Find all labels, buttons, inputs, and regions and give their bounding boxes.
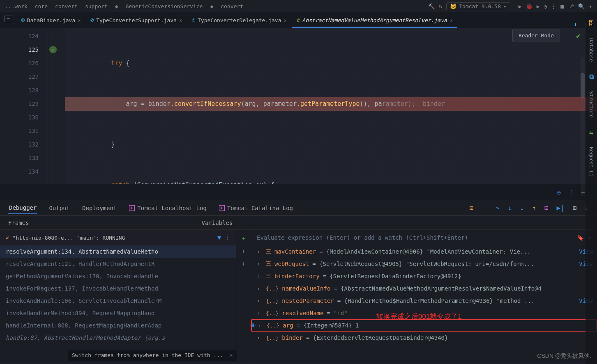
build-icon[interactable]: ↻ xyxy=(439,3,442,9)
chevron-right-icon[interactable]: › xyxy=(258,322,263,329)
minimize-icon[interactable]: — xyxy=(4,16,12,22)
stack-frame[interactable]: resolveArgument:121, HandlerMethodArgume… xyxy=(0,258,236,270)
run-config-label: Tomcat 9.0.58 xyxy=(459,3,501,9)
close-icon[interactable]: × xyxy=(284,18,287,23)
tab-databinder[interactable]: © DataBinder.java × xyxy=(16,14,85,28)
stop-icon[interactable]: ■ xyxy=(560,3,564,9)
variable-row[interactable]: ›三binderFactory = {ServletRequestDataBin… xyxy=(251,270,597,282)
rail-request[interactable]: Request Li xyxy=(588,147,594,176)
tab-abstractnamedvalue[interactable]: © AbstractNamedValueMethodArgumentResolv… xyxy=(292,14,457,28)
stack-frame[interactable]: handleInternal:808, RequestMappingHandle… xyxy=(0,319,236,332)
tab-typeconvertersupport[interactable]: © TypeConverterSupport.java × xyxy=(85,14,187,28)
debug-icon[interactable]: 🐞 xyxy=(526,3,532,9)
tab-debugger[interactable]: Debugger xyxy=(8,202,37,214)
object-icon: 三 xyxy=(266,272,271,280)
force-step-into-icon[interactable]: ⇣ xyxy=(520,204,524,212)
inspection-ok-icon[interactable]: ✔ xyxy=(576,31,581,40)
filter-icon[interactable]: ▼ xyxy=(217,234,221,241)
java-class-icon: © xyxy=(21,17,25,23)
chevron-right-icon[interactable]: › xyxy=(257,248,263,255)
settings-icon[interactable]: ✦ xyxy=(589,3,592,9)
tab-typeconverterdelegate[interactable]: © TypeConverterDelegate.java × xyxy=(187,14,292,28)
down-icon[interactable]: ↓ xyxy=(242,260,245,267)
tab-tomcat-catalina-log[interactable]: Tomcat Catalina Log xyxy=(218,202,294,214)
check-icon: ✔ xyxy=(6,234,9,241)
run-config-selector[interactable]: 🐱 Tomcat 9.0.58 ▾ xyxy=(446,2,510,10)
variable-row[interactable]: ›{..}nestedParameter = {HandlerMethod$Ha… xyxy=(251,295,597,307)
chevron-right-icon[interactable]: › xyxy=(257,298,263,304)
step-out-icon[interactable]: ↑ xyxy=(532,204,536,212)
reader-mode-badge[interactable]: Reader Mode xyxy=(512,30,560,41)
java-class-icon: © xyxy=(90,17,94,23)
close-icon[interactable]: × xyxy=(179,18,182,23)
more-icon[interactable]: ⋮ xyxy=(568,189,574,195)
fold-column[interactable] xyxy=(44,28,65,184)
tab-tomcat-localhost-log[interactable]: Tomcat Localhost Log xyxy=(128,202,207,214)
structure-icon[interactable]: ⧉ xyxy=(589,73,594,80)
close-icon[interactable]: × xyxy=(230,352,233,358)
search-icon[interactable]: 🔍 xyxy=(578,3,585,9)
editor-scrollbar[interactable] xyxy=(581,57,585,196)
stack-frame[interactable]: resolveArgument:134, AbstractNamedValueM… xyxy=(0,245,236,258)
git-icon[interactable]: ⎇ xyxy=(568,3,574,9)
stack-frame[interactable]: invokeHandlerMethod:894, RequestMappingH… xyxy=(0,307,236,319)
coverage-icon[interactable]: ▶ xyxy=(537,3,540,9)
bookmark-icon[interactable]: 🔖 xyxy=(577,234,584,241)
profile-icon[interactable]: ◔ xyxy=(544,3,547,9)
user-annotation: 转换完成之后001就变成了1 xyxy=(376,312,462,321)
line-number: 128 xyxy=(0,84,44,97)
hammer-icon[interactable]: 🔨 xyxy=(428,3,435,9)
chevron-right-icon[interactable]: › xyxy=(257,261,263,267)
variables-header: Variables xyxy=(202,220,233,226)
stack-frame[interactable]: handle:87, AbstractHandlerMethodAdapter … xyxy=(0,332,236,344)
stack-frame[interactable]: getMethodArgumentValues:170, InvocableHa… xyxy=(0,270,236,282)
line-number: 125 xyxy=(0,43,44,57)
plus-icon[interactable]: ＋ xyxy=(241,235,247,242)
log-icon xyxy=(129,205,135,211)
database-icon[interactable]: 🗄 xyxy=(588,20,595,27)
evaluate-expression-input[interactable]: Evaluate expression (Enter) or add a wat… xyxy=(251,230,597,245)
variable-row[interactable]: ›{..}binder = {ExtendedServletRequestDat… xyxy=(251,332,597,344)
chevron-right-icon[interactable]: › xyxy=(257,273,263,279)
code-editor[interactable]: Reader Mode ✔ 124 125 126 127 128 129 13… xyxy=(0,28,597,184)
watch-eye-icon: 👁 xyxy=(251,322,256,329)
close-icon[interactable]: × xyxy=(449,18,452,23)
run-to-cursor-icon[interactable]: ▶| xyxy=(556,204,564,212)
scrollbar-thumb[interactable] xyxy=(581,73,585,98)
variables-list[interactable]: ›三mavContainer = {ModelAndViewContainer@… xyxy=(251,245,597,364)
java-class-icon: © xyxy=(297,17,300,23)
stack-frame[interactable]: invokeForRequest:137, InvocableHandlerMe… xyxy=(0,282,236,295)
rail-structure[interactable]: Structure xyxy=(588,91,594,118)
stack-frame[interactable]: invokeAndHandle:106, ServletInvocableHan… xyxy=(0,295,236,307)
variable-row[interactable]: ›{..}namedValueInfo = {AbstractNamedValu… xyxy=(251,282,597,295)
request-icon[interactable]: ⇆ xyxy=(589,128,593,136)
frame-list[interactable]: resolveArgument:134, AbstractNamedValueM… xyxy=(0,245,236,364)
line-number: 130 xyxy=(0,111,44,124)
crumb: ...work xyxy=(5,3,28,9)
evaluate-icon[interactable]: ⊞ xyxy=(573,204,577,212)
object-icon: {..} xyxy=(266,298,279,304)
drop-frame-icon[interactable]: ⊡ xyxy=(544,204,549,212)
attach-icon[interactable]: ⋮ xyxy=(551,3,556,9)
run-icon[interactable]: ▶ xyxy=(519,3,522,9)
variable-row[interactable]: ›三mavContainer = {ModelAndViewContainer@… xyxy=(251,245,597,258)
step-over-icon[interactable]: ↷ xyxy=(496,204,500,212)
download-icon[interactable]: ⬇ xyxy=(574,21,577,28)
up-icon[interactable]: ↑ xyxy=(242,248,245,254)
breadcrumb-bar: ...work core convert support ◆ GenericCo… xyxy=(0,0,597,12)
step-into-icon[interactable]: ↓ xyxy=(508,204,512,212)
show-execution-icon[interactable]: ⊡ xyxy=(470,204,474,212)
target-icon[interactable]: ◎ xyxy=(557,189,560,195)
more-icon[interactable]: ⋮ xyxy=(224,234,230,241)
tab-deployment[interactable]: Deployment xyxy=(81,202,118,214)
chevron-right-icon[interactable]: › xyxy=(257,310,263,316)
thread-selector[interactable]: ✔ "http-nio-8080-e... "main": RUNNING ▼ … xyxy=(0,230,236,245)
tab-output[interactable]: Output xyxy=(48,202,71,214)
close-icon[interactable]: × xyxy=(78,18,81,23)
chevron-right-icon[interactable]: › xyxy=(257,334,263,341)
code-area[interactable]: try { arg = binder.convertIfNecessary(ar… xyxy=(65,28,597,184)
chevron-right-icon[interactable]: › xyxy=(257,285,263,292)
variable-row[interactable]: ›三webRequest = {ServletWebRequest@4905} … xyxy=(251,258,597,270)
object-icon: 三 xyxy=(266,260,271,268)
rail-database[interactable]: Database xyxy=(588,38,594,62)
